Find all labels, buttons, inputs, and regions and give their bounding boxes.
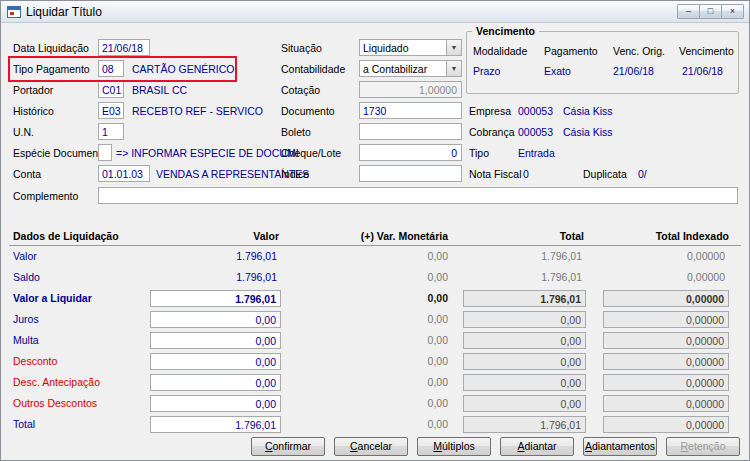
- multa-total-box: 0,00: [463, 332, 586, 349]
- cobranca-name: Cásia Kiss: [563, 126, 613, 138]
- juros-indexado-box: 0,00000: [603, 311, 729, 328]
- tipo-pagamento-highlight: [8, 56, 237, 82]
- confirmar-button[interactable]: Confirmar: [251, 437, 325, 456]
- outros-descontos-total-box: 0,00: [463, 395, 586, 412]
- adiantamentos-button[interactable]: Adiantamentos: [583, 437, 657, 456]
- label-nota-fiscal: Nota Fiscal: [469, 168, 522, 180]
- total-row-label: Total: [13, 418, 35, 430]
- desconto-row-label: Desconto: [13, 355, 57, 367]
- valor-valor-text: 1.796,01: [150, 250, 277, 262]
- desc-antecipacao-input[interactable]: 0,00: [150, 374, 281, 391]
- saldo-var-text: 0,00: [351, 271, 448, 283]
- maximize-icon[interactable]: □: [699, 4, 722, 19]
- grid-header-valor: Valor: [151, 230, 279, 242]
- valor-row-label: Valor: [13, 250, 37, 262]
- juros-var-text: 0,00: [351, 313, 448, 325]
- complemento-input[interactable]: [98, 187, 738, 204]
- valor-indexado-text: 0,00000: [599, 250, 725, 262]
- saldo-valor-text: 1.796,01: [150, 271, 277, 283]
- label-boleto: Boleto: [281, 126, 311, 138]
- total-var-text: 0,00: [351, 418, 448, 430]
- saldo-indexado-text: 0,00000: [599, 271, 725, 283]
- situacao-combobox[interactable]: Liquidado ▼: [359, 39, 462, 56]
- valor-a-liquidar-var-text: 0,00: [351, 292, 448, 304]
- label-conta: Conta: [13, 168, 41, 180]
- valor-total-text: 1.796,01: [461, 250, 582, 262]
- label-empresa: Empresa: [469, 105, 511, 117]
- grid-header-divider: [9, 245, 741, 246]
- venc-header-modalidade: Modalidade: [473, 45, 527, 57]
- total-indexado-box: 0,00000: [603, 416, 729, 433]
- desc-antecipacao-indexado-box: 0,00000: [603, 374, 729, 391]
- desconto-input[interactable]: 0,00: [150, 353, 281, 370]
- duplicata-value: 0/: [638, 168, 647, 180]
- total-total-box: 1.796,01: [463, 416, 586, 433]
- multiplos-button[interactable]: Múltiplos: [417, 437, 491, 456]
- desc-antecipacao-row-label: Desc. Antecipação: [13, 376, 100, 388]
- desconto-var-text: 0,00: [351, 355, 448, 367]
- label-documento: Documento: [281, 105, 335, 117]
- multa-row-label: Multa: [13, 334, 39, 346]
- label-data-liquidacao: Data Liquidação: [13, 42, 89, 54]
- label-indice: Índice: [281, 168, 309, 180]
- label-contabilidade: Contabilidade: [281, 63, 345, 75]
- adiantar-button[interactable]: Adiantar: [500, 437, 574, 456]
- valor-a-liquidar-indexado-box: 0,00000: [603, 290, 729, 307]
- indice-input[interactable]: [359, 165, 462, 182]
- cobranca-code: 000053: [518, 126, 553, 138]
- boleto-input[interactable]: [359, 123, 462, 140]
- total-input[interactable]: 1.796,01: [150, 416, 281, 433]
- un-input[interactable]: 1: [98, 123, 124, 140]
- especie-documento-input[interactable]: [98, 144, 112, 161]
- outros-descontos-indexado-box: 0,00000: [603, 395, 729, 412]
- venc-value-pagamento: Exato: [544, 65, 571, 77]
- grid-header-total-indexado: Total Indexado: [604, 230, 729, 242]
- juros-row-label: Juros: [13, 313, 39, 325]
- saldo-total-text: 1.796,01: [461, 271, 582, 283]
- contabilidade-combobox[interactable]: a Contabilizar ▼: [359, 60, 462, 77]
- situacao-value: Liquidado: [363, 42, 409, 54]
- nota-fiscal-value: 0: [523, 168, 529, 180]
- venc-header-pagamento: Pagamento: [544, 45, 598, 57]
- label-portador: Portador: [13, 84, 53, 96]
- juros-input[interactable]: 0,00: [150, 311, 281, 328]
- valor-a-liquidar-input[interactable]: 1.796,01: [150, 290, 281, 307]
- venc-header-venc-orig: Venc. Orig.: [613, 45, 665, 57]
- outros-descontos-input[interactable]: 0,00: [150, 395, 281, 412]
- venc-value-venc-orig: 21/06/18: [613, 65, 654, 77]
- label-cheque-lote: Cheque/Lote: [281, 147, 341, 159]
- chevron-down-icon[interactable]: ▼: [446, 40, 461, 55]
- cheque-lote-input[interactable]: 0: [359, 144, 462, 161]
- label-situacao: Situação: [281, 42, 322, 54]
- portador-input[interactable]: C01: [98, 81, 124, 98]
- conta-input[interactable]: 01.01.03: [98, 165, 150, 182]
- contabilidade-value: a Contabilizar: [363, 63, 427, 75]
- close-icon[interactable]: ×: [721, 4, 744, 19]
- label-tipo: Tipo: [469, 147, 489, 159]
- desconto-indexado-box: 0,00000: [603, 353, 729, 370]
- caption-buttons: – □ ×: [678, 4, 744, 19]
- data-liquidacao-input[interactable]: 21/06/18: [98, 39, 150, 56]
- empresa-name: Cásia Kiss: [563, 105, 613, 117]
- saldo-row-label: Saldo: [13, 271, 40, 283]
- historico-input[interactable]: E03: [98, 102, 124, 119]
- chevron-down-icon[interactable]: ▼: [446, 61, 461, 76]
- venc-header-vencimento: Vencimento: [679, 45, 734, 57]
- minimize-icon[interactable]: –: [677, 4, 700, 19]
- window-title: Liquidar Título: [26, 5, 102, 19]
- retencao-button[interactable]: Retenção: [666, 437, 740, 456]
- outros-descontos-var-text: 0,00: [351, 397, 448, 409]
- multa-var-text: 0,00: [351, 334, 448, 346]
- titlebar[interactable]: Liquidar Título – □ ×: [1, 1, 749, 23]
- label-un: U.N.: [13, 126, 34, 138]
- tipo-value: Entrada: [518, 147, 555, 159]
- multa-input[interactable]: 0,00: [150, 332, 281, 349]
- label-historico: Histórico: [13, 105, 54, 117]
- valor-a-liquidar-total-box: 1.796,01: [463, 290, 586, 307]
- grid-header-dados: Dados de Liquidação: [13, 230, 119, 242]
- vencimento-groupbox: [466, 31, 739, 94]
- dialog-liquidar-titulo: Liquidar Título – □ × Data Liquidação 21…: [0, 0, 750, 461]
- documento-input[interactable]: 1730: [359, 102, 462, 119]
- cancelar-button[interactable]: Cancelar: [334, 437, 408, 456]
- vencimento-group-title: Vencimento: [472, 25, 539, 37]
